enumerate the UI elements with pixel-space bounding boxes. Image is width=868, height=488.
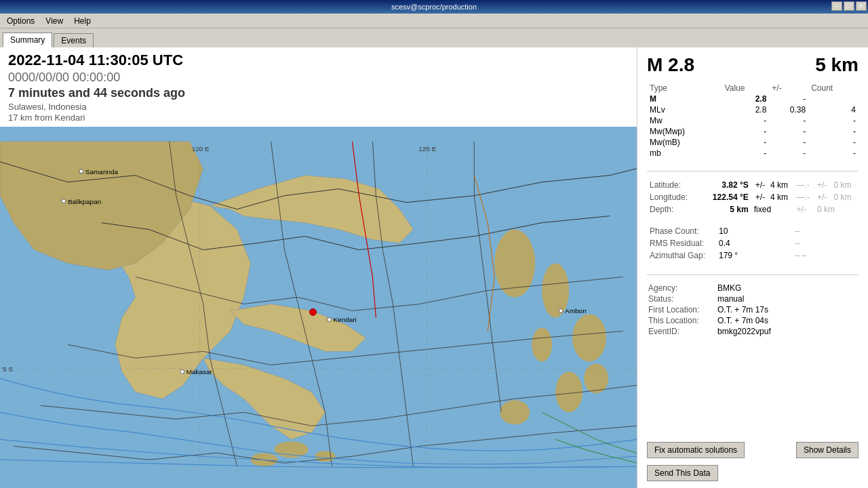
svg-text:Samarinda: Samarinda xyxy=(85,168,119,176)
latitude-label: Latitude: xyxy=(648,180,701,190)
left-panel: 2022-11-04 11:30:05 UTC 0000/00/00 00:00… xyxy=(0,47,637,488)
mag-val: 2.8 xyxy=(722,94,770,104)
event-datetime2: 0000/00/00 00:00:00 xyxy=(8,70,629,85)
mag-type: Mw(mB) xyxy=(647,137,722,148)
svg-text:Kendari: Kendari xyxy=(333,316,356,323)
tab-events[interactable]: Events xyxy=(54,33,94,47)
longitude-row: Longitude: 122.54 °E +/- 4 km —.- +/- 0 … xyxy=(648,192,857,203)
depth-km: 0 km xyxy=(816,204,857,215)
this-loc-value: O.T. + 7m 04s xyxy=(717,316,857,325)
mag-row: Mw(Mwp)--- xyxy=(647,126,859,137)
menu-view[interactable]: View xyxy=(41,15,67,27)
longitude-pm: +/- xyxy=(753,192,768,203)
event-id-row: EventID: bmkg2022vpuf xyxy=(648,327,857,336)
event-datetime: 2022-11-04 11:30:05 UTC xyxy=(8,52,629,69)
map-svg: 120 E 125 E 5 S Samarinda Balikpapan Mak… xyxy=(0,127,637,488)
svg-point-23 xyxy=(327,317,331,321)
event-region: Sulawesi, Indonesia xyxy=(8,102,629,112)
depth-label: Depth: xyxy=(648,204,701,215)
latitude-err: 4 km xyxy=(769,180,794,190)
mag-count xyxy=(808,94,859,104)
longitude-value: 122.54 °E xyxy=(703,192,751,203)
az-row: Azimuthal Gap: 179 ° – – xyxy=(648,250,857,261)
event-id-value: bmkg2022vpuf xyxy=(717,327,857,336)
buttons-row: Fix automatic solutions Show Details xyxy=(647,435,859,458)
titlebar: scesv@scproc/production ─ □ ✕ xyxy=(0,0,868,14)
status-value: manual xyxy=(717,294,857,304)
latitude-dash: —.- xyxy=(795,180,814,190)
col-count: Count xyxy=(808,83,859,94)
magnitude-display: M 2.8 xyxy=(647,54,694,76)
svg-point-9 xyxy=(584,363,608,393)
az-value: 179 ° xyxy=(717,250,781,261)
phase-value: 10 xyxy=(717,226,781,237)
show-details-button[interactable]: Show Details xyxy=(796,442,859,458)
longitude-label: Longitude: xyxy=(648,192,701,203)
menu-help[interactable]: Help xyxy=(70,15,95,27)
titlebar-text: scesv@scproc/production xyxy=(391,3,477,11)
az-dash: – – xyxy=(782,250,857,261)
tabbar: Summary Events xyxy=(0,28,868,47)
first-loc-label: First Location: xyxy=(648,305,716,314)
mag-type: Mw xyxy=(647,115,722,126)
agency-row: Agency: BMKG xyxy=(648,283,857,293)
mag-pm: - xyxy=(769,137,808,148)
mag-pm: - xyxy=(769,148,808,159)
mag-row: Mw(mB)--- xyxy=(647,137,859,148)
status-label: Status: xyxy=(648,294,716,304)
rms-dash: – xyxy=(782,238,857,249)
tab-summary[interactable]: Summary xyxy=(3,33,52,47)
fix-button[interactable]: Fix automatic solutions xyxy=(647,442,745,458)
latitude-pm: +/- xyxy=(753,180,768,190)
svg-point-17 xyxy=(79,169,83,174)
depth-display: 5 km xyxy=(815,54,859,76)
phase-dash: – xyxy=(782,226,857,237)
map-container[interactable]: 120 E 125 E 5 S Samarinda Balikpapan Mak… xyxy=(0,127,637,488)
minimize-button[interactable]: ─ xyxy=(831,1,842,11)
depth-fixed: fixed xyxy=(753,204,794,215)
event-id-label: EventID: xyxy=(648,327,716,336)
send-button[interactable]: Send This Data xyxy=(647,465,718,481)
details-table: Latitude: 3.82 °S +/- 4 km —.- +/- 0 km … xyxy=(647,178,859,216)
mag-pm: - xyxy=(769,126,808,137)
longitude-km2: 0 km xyxy=(832,192,857,203)
mag-type: Mw(Mwp) xyxy=(647,126,722,137)
depth-value: 5 km xyxy=(703,204,751,215)
az-label: Azimuthal Gap: xyxy=(648,250,716,261)
close-button[interactable]: ✕ xyxy=(856,1,867,11)
svg-point-21 xyxy=(180,369,184,373)
mag-count: - xyxy=(808,115,859,126)
menu-options[interactable]: Options xyxy=(3,15,39,27)
event-info: 2022-11-04 11:30:05 UTC 0000/00/00 00:00… xyxy=(0,47,637,127)
mag-val: - xyxy=(722,137,770,148)
mag-count: - xyxy=(808,126,859,137)
depth-row: Depth: 5 km fixed +/- 0 km xyxy=(648,204,857,215)
mag-count: 4 xyxy=(808,104,859,115)
mag-type: MLv xyxy=(647,104,722,115)
latitude-row: Latitude: 3.82 °S +/- 4 km —.- +/- 0 km xyxy=(648,180,857,190)
longitude-pm2: +/- xyxy=(816,192,831,203)
agency-label: Agency: xyxy=(648,283,716,293)
latitude-pm2: +/- xyxy=(816,180,831,190)
mag-count: - xyxy=(808,137,859,148)
svg-point-27 xyxy=(310,308,317,315)
col-pm: +/- xyxy=(769,83,808,94)
restore-button[interactable]: □ xyxy=(844,1,854,11)
magnitude-header: M 2.8 5 km xyxy=(647,54,859,76)
mag-val: - xyxy=(722,115,770,126)
svg-text:Balikpapan: Balikpapan xyxy=(68,198,101,205)
divider2 xyxy=(647,274,859,275)
send-row: Send This Data xyxy=(647,465,859,481)
svg-text:5 S: 5 S xyxy=(3,365,13,373)
agency-value: BMKG xyxy=(717,283,857,293)
event-distance: 17 km from Kendari xyxy=(8,113,629,123)
rms-value: 0.4 xyxy=(717,238,781,249)
svg-point-4 xyxy=(494,230,535,298)
mag-row: mb--- xyxy=(647,148,859,159)
svg-text:125 E: 125 E xyxy=(418,145,436,152)
mag-type: M xyxy=(647,94,722,104)
divider1 xyxy=(647,171,859,171)
mag-row: M2.8- xyxy=(647,94,859,104)
phase-row: Phase Count: 10 – xyxy=(648,226,857,237)
mag-count: - xyxy=(808,148,859,159)
